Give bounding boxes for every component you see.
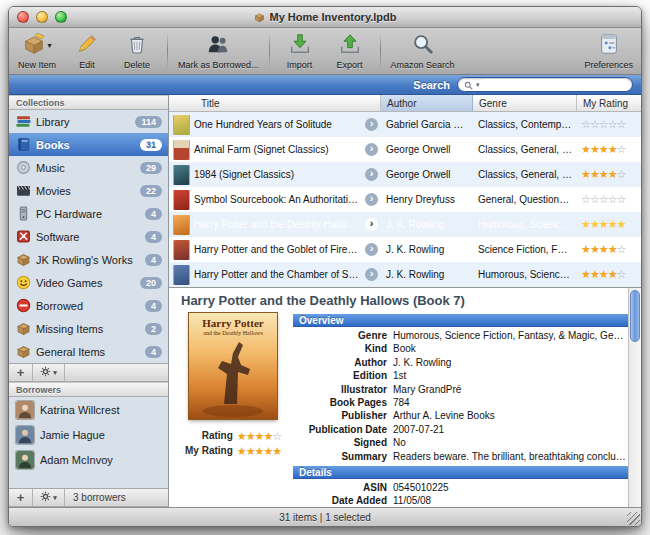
borrower-item[interactable]: Jamie Hague	[9, 422, 168, 447]
rating-stars[interactable]: ☆☆☆☆☆	[577, 193, 641, 206]
detail-disclosure-button[interactable]: ›	[365, 143, 378, 156]
search-field[interactable]: ▾	[457, 77, 633, 92]
magnifier-icon	[411, 32, 435, 60]
count-badge: 31	[140, 139, 162, 151]
table-row[interactable]: Symbol Sourcebook: An Authoritative Guid…	[169, 187, 641, 212]
count-badge: 2	[145, 323, 162, 335]
sidebar-item-missing-items[interactable]: Missing Items 2	[9, 317, 168, 340]
collection-actions-button[interactable]: ▾	[33, 364, 65, 381]
add-collection-button[interactable]: +	[9, 364, 33, 381]
amazon-search-button[interactable]: Amazon Search	[391, 29, 455, 73]
rating-stars[interactable]: ☆☆☆☆☆	[577, 118, 641, 131]
rating-stars[interactable]: ★★★★★	[577, 218, 641, 231]
avatar	[16, 401, 34, 419]
search-bar: Search ▾	[9, 75, 641, 95]
table-row-selected[interactable]: Harry Potter and the Deathly Hallows (Bo…	[169, 212, 641, 237]
book-thumbnail	[174, 165, 189, 185]
rating-stars[interactable]: ★★★★☆	[577, 243, 641, 256]
table-row[interactable]: 1984 (Signet Classics)› George Orwell Cl…	[169, 162, 641, 187]
mark-as-borrowed-label: Mark as Borrowed...	[178, 60, 259, 70]
sidebar-item-borrowed[interactable]: Borrowed 4	[9, 294, 168, 317]
tools-icon	[16, 229, 31, 244]
minimize-button[interactable]	[36, 11, 48, 23]
close-button[interactable]	[17, 11, 29, 23]
computer-tower-icon	[16, 206, 31, 221]
box-icon	[22, 32, 46, 60]
avatar	[16, 426, 34, 444]
box-icon	[16, 344, 31, 359]
export-icon	[338, 32, 362, 60]
count-badge: 4	[145, 231, 162, 243]
library-icon	[16, 114, 31, 129]
rating-stars[interactable]: ★★★★☆	[577, 168, 641, 181]
sidebar-item-books[interactable]: Books 31	[9, 133, 168, 156]
sidebar-item-label: PC Hardware	[36, 208, 140, 220]
borrower-item[interactable]: Adam McInvoy	[9, 447, 168, 472]
desktop: My Home Inventory.lpdb ▾ New Item Edit D…	[0, 0, 650, 535]
detail-disclosure-button[interactable]: ›	[365, 243, 378, 256]
table-row[interactable]: Animal Farm (Signet Classics)› George Or…	[169, 137, 641, 162]
detail-disclosure-button[interactable]: ›	[365, 193, 378, 206]
sidebar-item-label: Software	[36, 231, 140, 243]
preferences-button[interactable]: Preferences	[584, 29, 633, 73]
sidebar-item-general-items[interactable]: General Items 4	[9, 340, 168, 363]
borrower-item[interactable]: Katrina Willcrest	[9, 397, 168, 422]
column-header-my-rating[interactable]: My Rating	[577, 95, 641, 112]
titlebar[interactable]: My Home Inventory.lpdb	[9, 7, 641, 28]
amazon-search-label: Amazon Search	[391, 60, 455, 70]
toolbar: ▾ New Item Edit Delete Mark as Borrowed.…	[9, 28, 641, 75]
sidebar-item-music[interactable]: Music 29	[9, 156, 168, 179]
new-item-button[interactable]: ▾ New Item	[17, 29, 57, 73]
column-header-title[interactable]: Title	[169, 95, 381, 112]
sidebar-item-jk-rowlings-works[interactable]: JK Rowling's Works 4	[9, 248, 168, 271]
preferences-label: Preferences	[584, 60, 633, 70]
cover-subtitle-text: and the Deathly Hallows	[189, 330, 277, 336]
detail-scrollbar[interactable]	[628, 288, 641, 507]
rating-stars[interactable]: ★★★★☆	[577, 143, 641, 156]
book-thumbnail	[174, 240, 189, 260]
resize-grip[interactable]	[627, 512, 640, 525]
zoom-button[interactable]	[55, 11, 67, 23]
column-header-genre[interactable]: Genre	[473, 95, 577, 112]
rating-stars[interactable]: ★★★★☆	[577, 268, 641, 281]
add-borrower-button[interactable]: +	[9, 489, 33, 506]
edit-button[interactable]: Edit	[67, 29, 107, 73]
cd-icon	[16, 160, 31, 175]
sidebar-item-software[interactable]: Software 4	[9, 225, 168, 248]
export-label: Export	[337, 60, 363, 70]
column-header-author[interactable]: Author	[381, 95, 473, 112]
no-entry-icon	[16, 298, 31, 313]
clapperboard-icon	[16, 183, 31, 198]
new-item-label: New Item	[18, 60, 56, 70]
table-row[interactable]: Harry Potter and the Goblet of Fire (Boo…	[169, 237, 641, 262]
count-badge: 4	[145, 346, 162, 358]
sidebar-item-label: Library	[36, 116, 130, 128]
main-pane: Title Author Genre My Rating One Hundred…	[169, 95, 641, 507]
delete-button[interactable]: Delete	[117, 29, 157, 73]
search-scope-arrow-icon[interactable]: ▾	[476, 81, 480, 89]
export-button[interactable]: Export	[330, 29, 370, 73]
detail-disclosure-button[interactable]: ›	[365, 168, 378, 181]
borrower-name: Jamie Hague	[40, 429, 105, 441]
app-window: My Home Inventory.lpdb ▾ New Item Edit D…	[8, 6, 642, 527]
search-input[interactable]	[483, 79, 626, 91]
scrollbar-thumb[interactable]	[630, 290, 640, 342]
detail-disclosure-button[interactable]: ›	[365, 218, 378, 231]
mark-as-borrowed-button[interactable]: Mark as Borrowed...	[178, 29, 259, 73]
detail-disclosure-button[interactable]: ›	[365, 118, 378, 131]
dropdown-arrow-icon: ▾	[53, 494, 57, 502]
window-title: My Home Inventory.lpdb	[270, 11, 397, 23]
sidebar-item-pc-hardware[interactable]: PC Hardware 4	[9, 202, 168, 225]
table-row[interactable]: One Hundred Years of Solitude› Gabriel G…	[169, 112, 641, 137]
borrower-actions-button[interactable]: ▾	[33, 489, 65, 506]
table-row[interactable]: Harry Potter and the Chamber of Secrets …	[169, 262, 641, 287]
my-rating-stars[interactable]: ★★★★★	[237, 443, 281, 458]
import-button[interactable]: Import	[280, 29, 320, 73]
rating-label: Rating	[185, 429, 237, 443]
count-badge: 4	[145, 300, 162, 312]
book-thumbnail	[174, 215, 189, 235]
sidebar-item-library[interactable]: Library 114	[9, 110, 168, 133]
sidebar-item-video-games[interactable]: Video Games 20	[9, 271, 168, 294]
detail-disclosure-button[interactable]: ›	[365, 268, 378, 281]
sidebar-item-movies[interactable]: Movies 22	[9, 179, 168, 202]
